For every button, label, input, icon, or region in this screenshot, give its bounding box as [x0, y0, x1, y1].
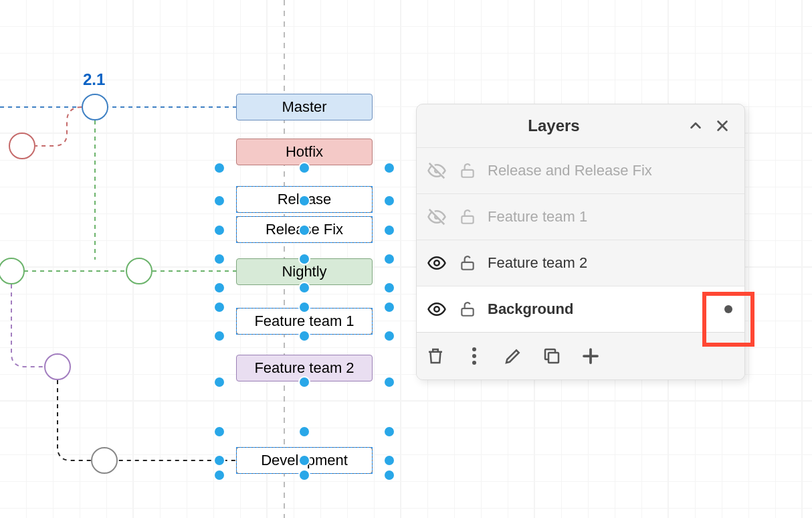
- selection-handle[interactable]: [213, 454, 225, 466]
- unlock-icon[interactable]: [458, 300, 477, 319]
- svg-rect-10: [462, 309, 473, 316]
- commit-node-hotfix[interactable]: [9, 133, 35, 159]
- selection-handle[interactable]: [298, 195, 310, 207]
- svg-point-13: [472, 361, 476, 365]
- commit-node-feature2[interactable]: [44, 353, 71, 380]
- unlock-icon[interactable]: [458, 254, 477, 272]
- selection-handle[interactable]: [213, 469, 225, 481]
- branch-label: Hotfix: [286, 143, 323, 161]
- layer-name: Feature team 1: [488, 208, 735, 226]
- branch-label: Nightly: [282, 263, 326, 280]
- selection-handle[interactable]: [298, 469, 310, 481]
- branch-label: Feature team 2: [254, 359, 354, 377]
- commit-node-nightly-b[interactable]: [126, 258, 153, 284]
- commit-node-dev[interactable]: [91, 447, 118, 474]
- svg-point-12: [472, 354, 476, 358]
- version-label: 2.1: [83, 70, 105, 89]
- layer-name: Background: [488, 300, 714, 318]
- commit-node-nightly-a[interactable]: [0, 258, 25, 284]
- layer-row[interactable]: Feature team 1: [417, 193, 744, 240]
- duplicate-layer-button[interactable]: [540, 344, 564, 368]
- selection-handle[interactable]: [298, 162, 310, 174]
- selection-handle[interactable]: [383, 330, 395, 342]
- selection-handle[interactable]: [298, 454, 310, 466]
- layer-name: Release and Release Fix: [488, 162, 735, 179]
- selection-handle[interactable]: [213, 224, 225, 236]
- unlock-icon[interactable]: [458, 161, 477, 180]
- active-layer-indicator-icon: [724, 305, 732, 313]
- layer-name: Feature team 2: [488, 254, 735, 272]
- svg-rect-8: [462, 262, 473, 270]
- selection-handle[interactable]: [383, 301, 395, 313]
- unlock-icon[interactable]: [458, 207, 477, 226]
- visibility-off-icon[interactable]: [426, 206, 447, 228]
- selection-handle[interactable]: [213, 376, 225, 388]
- visibility-on-icon[interactable]: [426, 298, 447, 320]
- selection-handle[interactable]: [298, 376, 310, 388]
- selection-handle[interactable]: [298, 301, 310, 313]
- close-icon[interactable]: [712, 116, 732, 136]
- selection-handle[interactable]: [383, 454, 395, 466]
- layers-panel-header[interactable]: Layers: [417, 104, 744, 147]
- layer-row-selected[interactable]: Background: [417, 286, 744, 332]
- selection-handle[interactable]: [298, 426, 310, 438]
- selection-handle[interactable]: [298, 253, 310, 265]
- selection-handle[interactable]: [213, 330, 225, 342]
- svg-rect-5: [462, 170, 473, 177]
- delete-layer-button[interactable]: [423, 344, 447, 368]
- branch-box-master[interactable]: Master: [236, 94, 373, 120]
- selection-handle[interactable]: [383, 224, 395, 236]
- selection-handle[interactable]: [213, 301, 225, 313]
- branch-label: Master: [282, 98, 326, 116]
- selection-handle[interactable]: [383, 376, 395, 388]
- selection-handle[interactable]: [298, 282, 310, 294]
- layers-panel-title: Layers: [429, 116, 679, 135]
- selection-handle[interactable]: [213, 162, 225, 174]
- selection-handle[interactable]: [298, 330, 310, 342]
- selection-handle[interactable]: [213, 253, 225, 265]
- svg-rect-6: [462, 216, 473, 224]
- selection-handle[interactable]: [213, 282, 225, 294]
- selection-handle[interactable]: [298, 224, 310, 236]
- selection-handle[interactable]: [213, 426, 225, 438]
- selection-handle[interactable]: [383, 162, 395, 174]
- selection-handle[interactable]: [383, 282, 395, 294]
- layer-row[interactable]: Release and Release Fix: [417, 147, 744, 193]
- branch-box-hotfix[interactable]: Hotfix: [236, 139, 373, 165]
- visibility-off-icon[interactable]: [426, 160, 447, 181]
- collapse-icon[interactable]: [686, 116, 706, 136]
- selection-handle[interactable]: [383, 195, 395, 207]
- layer-row[interactable]: Feature team 2: [417, 240, 744, 286]
- svg-point-7: [434, 260, 439, 266]
- svg-point-11: [472, 347, 476, 351]
- svg-point-9: [434, 307, 439, 312]
- more-options-button[interactable]: [462, 344, 486, 368]
- selection-handle[interactable]: [383, 426, 395, 438]
- edit-layer-button[interactable]: [501, 344, 525, 368]
- selection-handle[interactable]: [383, 253, 395, 265]
- svg-rect-14: [548, 353, 559, 363]
- selection-handle[interactable]: [383, 469, 395, 481]
- layers-panel-footer: [417, 332, 744, 379]
- add-layer-button[interactable]: [579, 344, 603, 368]
- layers-panel[interactable]: Layers Release and Release Fix Feature t…: [416, 104, 745, 380]
- visibility-on-icon[interactable]: [426, 252, 447, 274]
- commit-node-master[interactable]: [82, 94, 108, 120]
- selection-handle[interactable]: [213, 195, 225, 207]
